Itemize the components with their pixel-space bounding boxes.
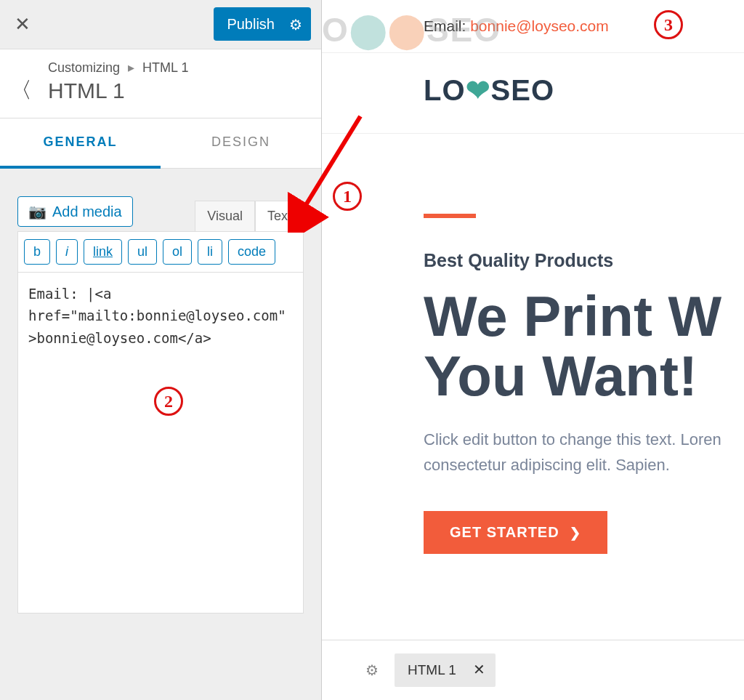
publish-button[interactable]: Publish [214, 7, 311, 41]
breadcrumb-path: Customizing ▸ HTML 1 [48, 60, 308, 76]
close-icon[interactable]: ✕ [15, 13, 35, 33]
email-link[interactable]: bonnie@loyseo.com [470, 17, 609, 34]
toolbar-ul-button[interactable]: ul [128, 239, 157, 265]
sidebar-topbar: ✕ Publish ⚙ [0, 0, 321, 49]
email-label: Email: [424, 17, 470, 34]
toolbar-code-button[interactable]: code [228, 239, 275, 265]
back-arrow-icon[interactable]: 〈 [10, 76, 32, 105]
editor-wrap: Visual Text b i link ul ol li code Email… [17, 231, 304, 616]
toolbar-link-button[interactable]: link [84, 239, 122, 265]
gear-icon[interactable]: ⚙ [365, 661, 379, 679]
editor-toolbar: b i link ul ol li code [17, 231, 304, 272]
preview-logo-row: LO❤SEO [322, 53, 744, 134]
builder-chip-label: HTML 1 [408, 662, 456, 677]
close-icon[interactable]: ✕ [473, 661, 485, 678]
hero-description: Click edit button to change this text. L… [424, 427, 744, 478]
hero-title: We Print W You Want! [424, 287, 744, 406]
cta-label: GET STARTED [450, 524, 559, 541]
camera-icon: 📷 [28, 203, 46, 220]
chevron-right-icon: ❯ [570, 525, 581, 541]
customizer-sidebar: ✕ Publish ⚙ 〈 Customizing ▸ HTML 1 HTML … [0, 0, 322, 700]
hero-title-line2: You Want! [424, 347, 744, 406]
editor-tab-visual[interactable]: Visual [195, 201, 255, 231]
hero-title-line1: We Print W [424, 287, 744, 347]
get-started-button[interactable]: GET STARTED ❯ [424, 511, 607, 554]
breadcrumb-root: Customizing [48, 60, 120, 75]
page-title: HTML 1 [48, 79, 308, 103]
builder-chip[interactable]: HTML 1 ✕ [395, 653, 496, 687]
toolbar-italic-button[interactable]: i [56, 239, 78, 265]
breadcrumb-sep-icon: ▸ [124, 60, 139, 75]
tab-design[interactable]: DESIGN [161, 118, 321, 169]
html-textarea[interactable]: Email: |<a href="mailto:bonnie@loyseo.co… [17, 272, 304, 613]
hero-desc-line2: consectetur adipiscing elit. Sapien. [424, 452, 744, 478]
editor-mode-tabs: Visual Text [195, 201, 304, 231]
breadcrumb: 〈 Customizing ▸ HTML 1 HTML 1 [0, 49, 321, 118]
preview-email-bar: Email: bonnie@loyseo.com [322, 0, 744, 53]
builder-bottom-bar: ⚙ HTML 1 ✕ [322, 640, 744, 700]
panel-tabs: GENERAL DESIGN [0, 118, 321, 169]
toolbar-ol-button[interactable]: ol [163, 239, 192, 265]
tab-general[interactable]: GENERAL [0, 118, 161, 169]
add-media-button[interactable]: 📷 Add media [17, 196, 133, 227]
toolbar-bold-button[interactable]: b [24, 239, 50, 265]
site-logo[interactable]: LO❤SEO [424, 73, 715, 107]
hero-section: Best Quality Products We Print W You Wan… [322, 134, 744, 554]
hero-subtitle: Best Quality Products [424, 250, 744, 271]
toolbar-li-button[interactable]: li [198, 239, 222, 265]
add-media-label: Add media [52, 204, 122, 220]
accent-bar [424, 214, 476, 218]
editor-tab-text[interactable]: Text [255, 201, 304, 231]
hero-desc-line1: Click edit button to change this text. L… [424, 427, 744, 452]
breadcrumb-parent: HTML 1 [142, 60, 188, 75]
general-panel: 📷 Add media Visual Text b i link ul ol l… [0, 169, 321, 644]
preview-pane: LO⬤⬤SEO Email: bonnie@loyseo.com LO❤SEO … [322, 0, 744, 640]
